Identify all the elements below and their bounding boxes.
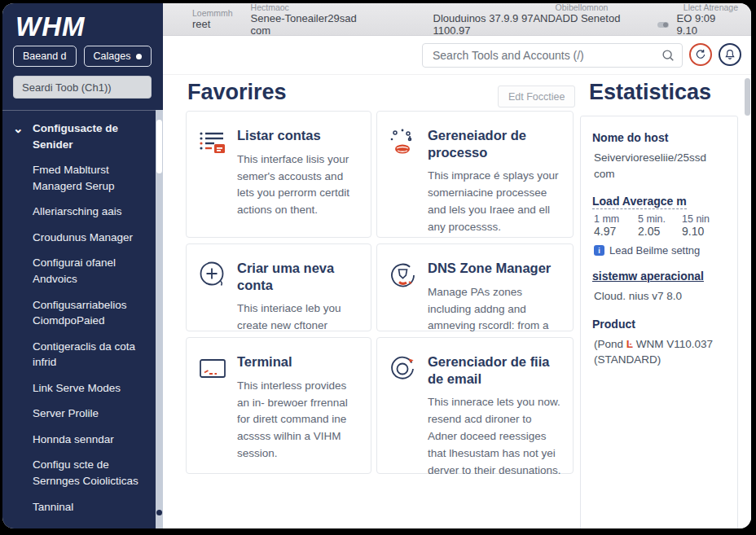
hostname-label: Nome do host xyxy=(592,131,726,144)
card-title[interactable]: Listar contas xyxy=(237,127,359,144)
toolbar xyxy=(163,36,751,75)
refresh-icon xyxy=(694,48,707,61)
favorite-card-create-account[interactable]: Criar uma neva contaThis interiace leb y… xyxy=(186,243,371,331)
sidebar-item[interactable]: Server Prolile xyxy=(33,406,149,422)
favorite-card-terminal[interactable]: TerminalThis interless provides an in- b… xyxy=(186,337,371,474)
toggle-icon[interactable] xyxy=(657,20,670,29)
sidebar-item[interactable]: Link Serve Modes xyxy=(33,380,149,397)
sidebar-item[interactable]: Alleriarsching aais xyxy=(33,204,149,220)
terminal-icon xyxy=(197,353,228,384)
cpanel-logo-glyph: Ŀ xyxy=(626,338,633,350)
os-value: Cloud. nius v7 8.0 xyxy=(594,288,726,305)
sidebar-item[interactable]: Configusarriabelios CiomdpoPaied xyxy=(33,297,149,329)
list-accounts-icon xyxy=(197,127,228,158)
plus-circle-icon xyxy=(197,260,228,291)
sidebar-item[interactable]: Configurai ofanel Andvoics xyxy=(33,255,149,287)
edit-favorites-button[interactable]: Edt Focctiee xyxy=(498,86,575,107)
sidebar-item[interactable]: Configu scte de Sernnges Coiolicticas xyxy=(33,457,149,489)
main-content: Favorires Edt Focctiee Estatisticas List… xyxy=(163,75,751,528)
load-average-table: 1 mm 5 min. 15 nin 4.97 2.05 9.10 xyxy=(594,213,726,238)
search-icon xyxy=(661,48,675,63)
reload-button[interactable] xyxy=(689,43,712,66)
sidebar-scrollbar-dot xyxy=(156,510,162,515)
os-label[interactable]: sistemw aperacional xyxy=(592,270,726,283)
card-title[interactable]: Criar uma neva conta xyxy=(237,260,359,293)
favorites-title: Favorires xyxy=(187,80,287,105)
favorite-card-process-manager[interactable]: Gereneiador de processoThis imprace é sp… xyxy=(376,111,574,238)
card-title[interactable]: Terminal xyxy=(237,353,359,371)
whm-logo: WHM xyxy=(15,11,85,42)
sidebar-item[interactable]: Honnda senndar xyxy=(33,432,149,448)
sidebar-search-input[interactable] xyxy=(13,76,152,99)
sidebar-item[interactable]: Tanninal xyxy=(33,499,149,515)
dns-zone-icon xyxy=(388,260,419,291)
main-scrollbar[interactable] xyxy=(745,75,750,528)
sidebar-item[interactable]: Austar conngraacoss xyxy=(33,524,149,528)
favorite-card-dns-zone-manager[interactable]: DNS Zone ManagerManage PAs zones includi… xyxy=(376,243,574,331)
chevron-down-icon: ⌄ xyxy=(13,122,24,134)
mail-queue-icon xyxy=(388,353,419,384)
card-title[interactable]: Gerenciador de fiia de email xyxy=(428,353,561,387)
favorite-card-mail-queue-manager[interactable]: Gerenciador de fiia de emailThis innerac… xyxy=(376,337,574,474)
global-search-input[interactable] xyxy=(422,43,683,68)
card-title[interactable]: DNS Zone Manager xyxy=(428,260,561,277)
bell-icon xyxy=(723,48,736,61)
info-icon: i xyxy=(594,245,604,256)
sidebar-item[interactable]: Contigeraclis da cota infrid xyxy=(33,339,149,371)
sidebar-scrollbar-thumb[interactable] xyxy=(156,120,162,173)
server-info-bar: Loemmmh reet Hectmaoc Senee-Toneailer29s… xyxy=(163,3,751,36)
version-group: Obibellomnon Dlouduinos 37.9.9 97ANDADD … xyxy=(433,3,657,37)
process-manager-icon xyxy=(388,127,419,158)
statistics-title: Estatisticas xyxy=(589,80,711,105)
sidebar: WHM Baeand d Calages ⌄Configusacte de Se… xyxy=(2,3,163,528)
sidebar-tabs: Baeand d Calages xyxy=(13,46,152,67)
dot-icon xyxy=(136,54,142,59)
favorite-card-list-accounts[interactable]: Listar contasThis interface lisis your s… xyxy=(186,111,371,238)
sidebar-item[interactable]: Fmed Mablturst Managerd Serup xyxy=(33,162,149,194)
sidebar-item-server-config[interactable]: ⌄Configusacte de Senider xyxy=(33,121,149,152)
card-desc: This interface lisis your semer's accous… xyxy=(237,151,359,220)
product-value: (Pond Ŀ WNM V110.037 (STANDARD) xyxy=(594,336,726,368)
card-desc: This interless provides an in- brewoer f… xyxy=(237,378,359,463)
hostname-group: Hectmaoc Senee-Toneailer29sad com xyxy=(251,3,378,37)
sidebar-item[interactable]: Croudunus Manager xyxy=(33,230,149,246)
backend-tab-button[interactable]: Baeand d xyxy=(13,46,77,67)
load-settings-link[interactable]: i Lead Beilme settng xyxy=(594,244,726,257)
card-desc: This imprace é splays your somerniacine … xyxy=(428,168,561,236)
load-average-group: Llect Atrenage EO 9:09 9.10 xyxy=(657,3,738,37)
favorites-grid: Listar contasThis interface lisis your s… xyxy=(186,111,574,474)
app-window: WHM Baeand d Calages ⌄Configusacte de Se… xyxy=(2,3,751,528)
product-label: Product xyxy=(592,318,726,331)
card-desc: This innerace lets you now. resend acd d… xyxy=(428,394,561,480)
sidebar-nav: ⌄Configusacte de Senider Fmed Mablturst … xyxy=(2,110,156,528)
notifications-button[interactable] xyxy=(719,43,741,66)
categories-tab-button[interactable]: Calages xyxy=(84,46,152,67)
card-title[interactable]: Gereneiador de processo xyxy=(428,127,561,160)
hostname-value[interactable]: Seivervioreseliie/25ssd com xyxy=(594,150,726,182)
main-scrollbar-thumb[interactable] xyxy=(745,78,750,116)
logged-in-group: Loemmmh reet xyxy=(192,8,233,30)
statistics-panel: Nome do host Seivervioreseliie/25ssd com… xyxy=(580,116,738,528)
load-average-label: Load Averagce m xyxy=(592,195,726,208)
sidebar-scrollbar[interactable] xyxy=(156,110,163,528)
